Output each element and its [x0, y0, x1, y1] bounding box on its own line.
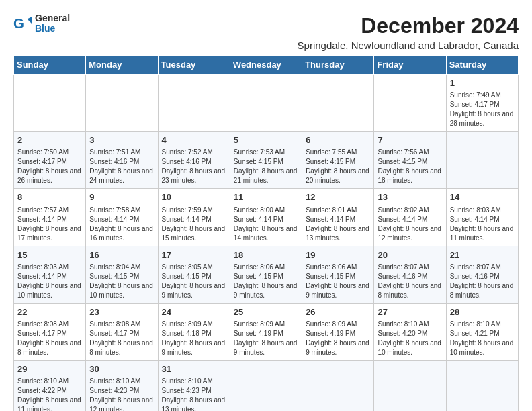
calendar-cell: 13Sunrise: 8:02 AMSunset: 4:14 PMDayligh…	[374, 189, 446, 246]
svg-text:G: G	[13, 15, 24, 31]
day-number: 5	[234, 134, 298, 146]
day-info: Sunrise: 8:06 AMSunset: 4:15 PMDaylight:…	[234, 263, 298, 300]
calendar-cell	[302, 75, 374, 132]
day-number: 10	[162, 191, 226, 203]
day-number: 15	[17, 249, 82, 261]
col-header-friday: Friday	[374, 56, 446, 75]
title-area: December 2024 Springdale, Newfoundland a…	[298, 13, 519, 51]
day-number: 1	[450, 77, 515, 89]
day-info: Sunrise: 8:10 AMSunset: 4:22 PMDaylight:…	[17, 377, 82, 411]
day-info: Sunrise: 8:09 AMSunset: 4:18 PMDaylight:…	[162, 320, 226, 357]
day-number: 23	[89, 306, 154, 318]
calendar-week-row: 2Sunrise: 7:50 AMSunset: 4:17 PMDaylight…	[14, 132, 519, 189]
calendar-week-row: 22Sunrise: 8:08 AMSunset: 4:17 PMDayligh…	[14, 303, 519, 360]
calendar-cell: 7Sunrise: 7:56 AMSunset: 4:15 PMDaylight…	[374, 132, 446, 189]
day-info: Sunrise: 7:58 AMSunset: 4:14 PMDaylight:…	[89, 205, 154, 243]
day-info: Sunrise: 8:06 AMSunset: 4:15 PMDaylight:…	[306, 263, 370, 300]
calendar-header-row: SundayMondayTuesdayWednesdayThursdayFrid…	[14, 56, 519, 75]
day-number: 11	[234, 191, 298, 203]
day-info: Sunrise: 8:10 AMSunset: 4:20 PMDaylight:…	[378, 320, 442, 357]
calendar-week-row: 8Sunrise: 7:57 AMSunset: 4:14 PMDaylight…	[14, 189, 519, 246]
day-info: Sunrise: 8:10 AMSunset: 4:23 PMDaylight:…	[162, 377, 226, 411]
day-info: Sunrise: 8:09 AMSunset: 4:19 PMDaylight:…	[306, 320, 370, 357]
day-info: Sunrise: 8:05 AMSunset: 4:15 PMDaylight:…	[162, 263, 226, 300]
day-info: Sunrise: 8:08 AMSunset: 4:17 PMDaylight:…	[89, 320, 154, 357]
day-info: Sunrise: 7:57 AMSunset: 4:14 PMDaylight:…	[17, 205, 82, 243]
logo-icon: G	[13, 14, 32, 33]
calendar-cell: 11Sunrise: 8:00 AMSunset: 4:14 PMDayligh…	[230, 189, 302, 246]
day-info: Sunrise: 8:09 AMSunset: 4:19 PMDaylight:…	[234, 320, 298, 357]
month-title: December 2024	[298, 13, 519, 38]
calendar-week-row: 29Sunrise: 8:10 AMSunset: 4:22 PMDayligh…	[14, 360, 519, 411]
day-number: 16	[89, 249, 154, 261]
day-info: Sunrise: 8:02 AMSunset: 4:14 PMDaylight:…	[378, 205, 442, 243]
calendar-cell: 15Sunrise: 8:03 AMSunset: 4:14 PMDayligh…	[14, 246, 86, 303]
calendar-week-row: 1Sunrise: 7:49 AMSunset: 4:17 PMDaylight…	[14, 75, 519, 132]
calendar-cell: 20Sunrise: 8:07 AMSunset: 4:16 PMDayligh…	[374, 246, 446, 303]
calendar-week-row: 15Sunrise: 8:03 AMSunset: 4:14 PMDayligh…	[14, 246, 519, 303]
logo-blue: Blue	[35, 24, 70, 34]
day-number: 29	[17, 363, 82, 375]
day-info: Sunrise: 7:55 AMSunset: 4:15 PMDaylight:…	[306, 148, 370, 185]
day-info: Sunrise: 8:10 AMSunset: 4:21 PMDaylight:…	[450, 320, 515, 357]
col-header-saturday: Saturday	[446, 56, 518, 75]
day-info: Sunrise: 8:00 AMSunset: 4:14 PMDaylight:…	[234, 205, 298, 243]
calendar-cell: 17Sunrise: 8:05 AMSunset: 4:15 PMDayligh…	[158, 246, 230, 303]
day-info: Sunrise: 8:03 AMSunset: 4:14 PMDaylight:…	[450, 205, 515, 243]
calendar-cell: 24Sunrise: 8:09 AMSunset: 4:18 PMDayligh…	[158, 303, 230, 360]
calendar-cell: 14Sunrise: 8:03 AMSunset: 4:14 PMDayligh…	[446, 189, 518, 246]
day-number: 6	[306, 134, 370, 146]
calendar-cell	[374, 75, 446, 132]
day-number: 3	[89, 134, 154, 146]
calendar-cell: 5Sunrise: 7:53 AMSunset: 4:15 PMDaylight…	[230, 132, 302, 189]
calendar-cell: 2Sunrise: 7:50 AMSunset: 4:17 PMDaylight…	[14, 132, 86, 189]
calendar-cell	[446, 360, 518, 411]
calendar-cell: 9Sunrise: 7:58 AMSunset: 4:14 PMDaylight…	[86, 189, 158, 246]
calendar-cell: 31Sunrise: 8:10 AMSunset: 4:23 PMDayligh…	[158, 360, 230, 411]
day-info: Sunrise: 7:53 AMSunset: 4:15 PMDaylight:…	[234, 148, 298, 185]
day-info: Sunrise: 8:10 AMSunset: 4:23 PMDaylight:…	[89, 377, 154, 411]
calendar-cell: 16Sunrise: 8:04 AMSunset: 4:15 PMDayligh…	[86, 246, 158, 303]
day-number: 22	[17, 306, 82, 318]
day-number: 25	[234, 306, 298, 318]
col-header-monday: Monday	[86, 56, 158, 75]
day-info: Sunrise: 8:03 AMSunset: 4:14 PMDaylight:…	[17, 263, 82, 300]
calendar-cell: 4Sunrise: 7:52 AMSunset: 4:16 PMDaylight…	[158, 132, 230, 189]
calendar-cell: 8Sunrise: 7:57 AMSunset: 4:14 PMDaylight…	[14, 189, 86, 246]
calendar-cell	[86, 75, 158, 132]
calendar-cell: 21Sunrise: 8:07 AMSunset: 4:16 PMDayligh…	[446, 246, 518, 303]
calendar-cell: 22Sunrise: 8:08 AMSunset: 4:17 PMDayligh…	[14, 303, 86, 360]
day-number: 13	[378, 191, 442, 203]
day-info: Sunrise: 7:59 AMSunset: 4:14 PMDaylight:…	[162, 205, 226, 243]
logo-general: General	[35, 13, 70, 24]
col-header-thursday: Thursday	[302, 56, 374, 75]
calendar-cell: 30Sunrise: 8:10 AMSunset: 4:23 PMDayligh…	[86, 360, 158, 411]
day-number: 24	[162, 306, 226, 318]
day-number: 30	[89, 363, 154, 375]
col-header-wednesday: Wednesday	[230, 56, 302, 75]
day-number: 21	[450, 249, 515, 261]
calendar-cell: 1Sunrise: 7:49 AMSunset: 4:17 PMDaylight…	[446, 75, 518, 132]
calendar-cell: 12Sunrise: 8:01 AMSunset: 4:14 PMDayligh…	[302, 189, 374, 246]
day-number: 18	[234, 249, 298, 261]
calendar-cell	[230, 360, 302, 411]
day-number: 19	[306, 249, 370, 261]
day-number: 20	[378, 249, 442, 261]
day-info: Sunrise: 8:07 AMSunset: 4:16 PMDaylight:…	[378, 263, 442, 300]
calendar-cell: 19Sunrise: 8:06 AMSunset: 4:15 PMDayligh…	[302, 246, 374, 303]
day-number: 4	[162, 134, 226, 146]
location-title: Springdale, Newfoundland and Labrador, C…	[298, 40, 519, 51]
calendar-cell	[158, 75, 230, 132]
day-number: 7	[378, 134, 442, 146]
logo: G General Blue	[13, 13, 70, 34]
calendar-cell	[230, 75, 302, 132]
day-info: Sunrise: 7:56 AMSunset: 4:15 PMDaylight:…	[378, 148, 442, 185]
calendar-cell: 27Sunrise: 8:10 AMSunset: 4:20 PMDayligh…	[374, 303, 446, 360]
day-number: 9	[89, 191, 154, 203]
col-header-sunday: Sunday	[14, 56, 86, 75]
day-number: 12	[306, 191, 370, 203]
day-number: 14	[450, 191, 515, 203]
svg-marker-1	[28, 17, 32, 24]
day-number: 27	[378, 306, 442, 318]
day-info: Sunrise: 7:49 AMSunset: 4:17 PMDaylight:…	[450, 91, 515, 128]
